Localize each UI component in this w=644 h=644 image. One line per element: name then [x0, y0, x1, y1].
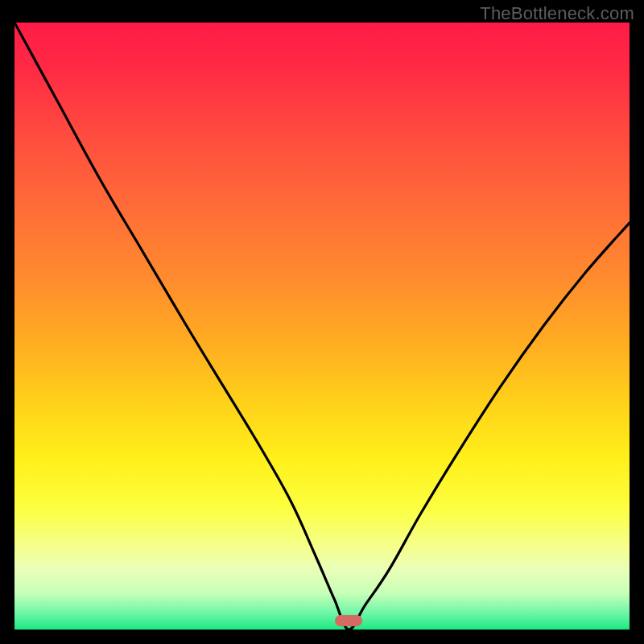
- bottleneck-curve: [14, 23, 630, 630]
- watermark-text: TheBottleneck.com: [480, 3, 634, 24]
- plot-area: [14, 23, 630, 630]
- minimum-marker: [335, 615, 362, 626]
- chart-frame: TheBottleneck.com: [0, 0, 644, 644]
